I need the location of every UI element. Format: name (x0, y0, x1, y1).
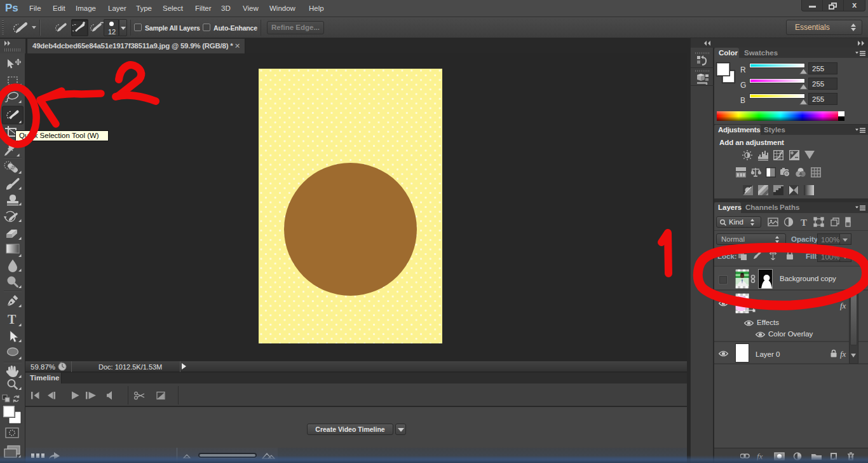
svg-text:T: T (8, 312, 17, 326)
svg-text:fx: fx (757, 452, 763, 460)
svg-text:T: T (801, 218, 807, 228)
